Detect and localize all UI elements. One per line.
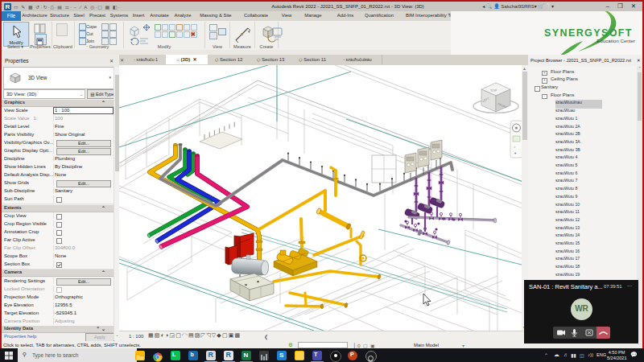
svg-text:TOP: TOP [490, 88, 497, 93]
svg-text:▲: ▲ [522, 66, 526, 71]
svg-text:⌕: ⌕ [514, 144, 516, 149]
svg-text:Education Center: Education Center [597, 38, 635, 43]
